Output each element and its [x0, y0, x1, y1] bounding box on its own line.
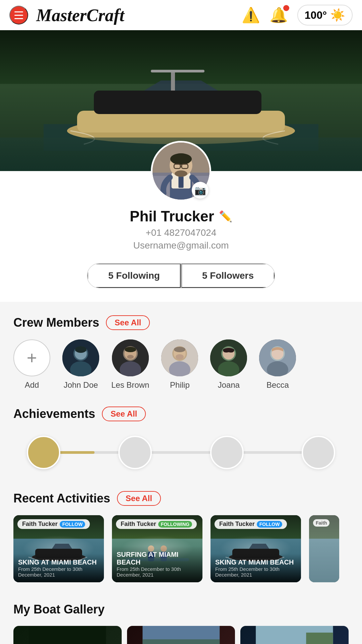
- achievements-see-all[interactable]: See All: [102, 407, 146, 421]
- svg-rect-52: [29, 626, 106, 644]
- crew-avatar-philip[interactable]: [161, 339, 198, 376]
- temperature-label: 100°: [305, 9, 327, 21]
- philip-avatar-img: [161, 339, 198, 376]
- crew-add-button[interactable]: +: [13, 339, 50, 376]
- gallery-grid: [13, 626, 349, 644]
- crew-title: Crew Members: [13, 316, 99, 330]
- gallery-item-2[interactable]: [127, 626, 235, 644]
- activity-user-tag-0: Faith Tucker FOLLOW: [17, 519, 90, 529]
- crew-section: Crew Members See All + Add: [13, 315, 349, 390]
- app-logo: MasterCraft: [36, 5, 242, 25]
- crew-avatar-les-brown[interactable]: [112, 339, 149, 376]
- crew-member-becca: Becca: [259, 339, 296, 390]
- activity-title-2: SKING AT MIAMI BEACH: [215, 558, 296, 566]
- crew-add-item: + Add: [13, 339, 50, 390]
- camera-badge[interactable]: 📷: [192, 182, 208, 199]
- activity-card-1[interactable]: Faith Tucker FOLLOWING SURFING AT MIAMI …: [112, 515, 202, 582]
- activity-info-0: SKING AT MIAMI BEACH From 25th December …: [13, 554, 104, 582]
- achievement-dot-4[interactable]: [302, 436, 335, 469]
- gallery-section: My Boat Gallery: [13, 602, 349, 644]
- notification-bell[interactable]: 🔔: [269, 6, 288, 24]
- achievements-track: [13, 431, 349, 474]
- achievement-dot-1[interactable]: [27, 436, 60, 469]
- activity-date-1: From 25th December to 30th December, 202…: [117, 566, 198, 578]
- gallery-item-3[interactable]: [240, 626, 349, 644]
- crew-label-becca: Becca: [266, 380, 289, 390]
- gallery-item-1[interactable]: [13, 626, 122, 644]
- gallery-img-2: [127, 626, 235, 644]
- activity-info-2: SKING AT MIAMI BEACH From 25th December …: [210, 554, 301, 582]
- crew-label-john-doe: John Doe: [64, 380, 98, 390]
- main-content: Crew Members See All + Add: [0, 302, 362, 644]
- crew-label-philip: Philip: [170, 380, 190, 390]
- crew-list: + Add John Doe: [13, 339, 349, 390]
- following-button[interactable]: 5 Following: [87, 264, 181, 288]
- activity-date-0: From 25th December to 30th December, 202…: [18, 566, 99, 578]
- menu-button[interactable]: [9, 6, 28, 24]
- crew-see-all[interactable]: See All: [106, 315, 150, 330]
- activity-follow-tag-2: FOLLOW: [257, 521, 283, 528]
- hamburger-line-3: [14, 18, 23, 19]
- activity-info-1: SURFING AT MIAMI BEACH From 25th Decembe…: [112, 546, 202, 582]
- hamburger-line-1: [14, 11, 23, 12]
- achievement-dots-row: [27, 436, 335, 469]
- activities-header: Recent Activities See All: [13, 491, 349, 506]
- joana-avatar-img: [210, 339, 247, 376]
- app-header: MasterCraft ⚠️ 🔔 100° ☀️: [0, 0, 362, 30]
- activity-date-2: From 25th December to 30th December, 202…: [215, 566, 296, 578]
- activity-user-tag-2: Faith Tucker FOLLOW: [215, 519, 287, 529]
- gallery-img-1: [13, 626, 122, 644]
- svg-point-13: [170, 153, 192, 165]
- activity-card-2[interactable]: Faith Tucker FOLLOW SKING AT MIAMI BEACH…: [210, 515, 301, 582]
- activity-user-tag-1: Faith Tucker FOLLOWING: [116, 519, 197, 529]
- svg-rect-3: [94, 91, 261, 114]
- activity-follow-tag-1: FOLLOWING: [158, 521, 192, 528]
- crew-label-joana: Joana: [218, 380, 240, 390]
- profile-section: 📷 Phil Trucker ✏️ +01 4827047024 Usernam…: [0, 171, 362, 302]
- gallery-title: My Boat Gallery: [13, 602, 105, 616]
- activity-user-tag-3: Faith: [313, 519, 329, 527]
- activity-card-0[interactable]: Faith Tucker FOLLOW SKING AT MIAMI BEACH…: [13, 515, 104, 582]
- crew-avatar-joana[interactable]: [210, 339, 247, 376]
- activity-follow-tag-0: FOLLOW: [60, 521, 85, 528]
- gallery-img-3: [240, 626, 349, 644]
- activity-card-3[interactable]: Faith: [309, 515, 339, 582]
- crew-avatar-becca[interactable]: [259, 339, 296, 376]
- scene-trees-3: [309, 515, 339, 539]
- alert-icon[interactable]: ⚠️: [242, 6, 260, 24]
- follow-bar: 5 Following 5 Followers: [87, 263, 275, 288]
- achievements-title: Achievements: [13, 407, 95, 421]
- scene-lake-3: [309, 539, 339, 582]
- achievements-section: Achievements See All: [13, 407, 349, 474]
- crew-avatar-john-doe[interactable]: [62, 339, 99, 376]
- crew-header: Crew Members See All: [13, 315, 349, 330]
- edit-profile-icon[interactable]: ✏️: [219, 210, 232, 223]
- achievement-dot-3[interactable]: [210, 436, 244, 469]
- followers-button[interactable]: 5 Followers: [181, 264, 275, 288]
- svg-rect-5: [151, 70, 204, 72]
- john-doe-avatar-img: [62, 339, 99, 376]
- header-icons: ⚠️ 🔔 100° ☀️: [242, 5, 353, 25]
- becca-avatar-img: [259, 339, 296, 376]
- activities-scroll: Faith Tucker FOLLOW SKING AT MIAMI BEACH…: [13, 515, 349, 586]
- profile-name-text: Phil Trucker: [130, 208, 214, 225]
- svg-point-17: [175, 170, 187, 177]
- profile-name-row: Phil Trucker ✏️: [130, 208, 232, 225]
- svg-point-33: [174, 347, 185, 352]
- svg-point-27: [125, 347, 136, 352]
- crew-add-label: Add: [25, 380, 39, 390]
- sun-icon: ☀️: [330, 8, 345, 22]
- achievement-dot-2[interactable]: [118, 436, 152, 469]
- profile-email: Username@gmail.com: [133, 240, 229, 251]
- svg-point-28: [127, 355, 134, 359]
- activities-see-all[interactable]: See All: [117, 491, 161, 506]
- les-brown-avatar-img: [112, 339, 149, 376]
- activity-user-2: Faith Tucker: [219, 521, 255, 528]
- avatar-wrapper: 📷: [151, 141, 211, 201]
- svg-rect-67: [306, 633, 333, 644]
- achievements-header: Achievements See All: [13, 407, 349, 421]
- crew-label-les-brown: Les Brown: [111, 380, 149, 390]
- profile-phone: +01 4827047024: [146, 227, 217, 238]
- activity-user-3: Faith: [316, 520, 327, 526]
- svg-rect-61: [142, 639, 220, 644]
